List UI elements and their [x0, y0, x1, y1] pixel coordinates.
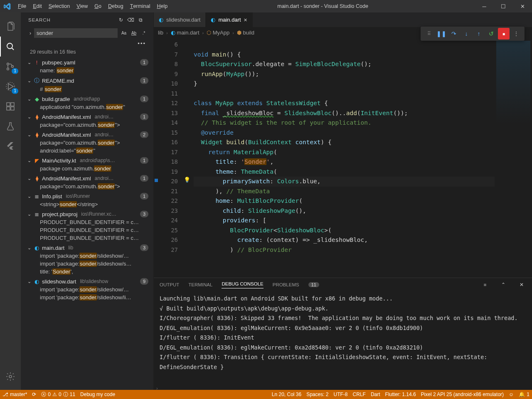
source-control-icon[interactable]: 1 — [0, 57, 21, 76]
breadcrumb-item[interactable]: ◐ main.dart — [171, 30, 200, 36]
panel-tab[interactable]: PROBLEMS — [273, 282, 299, 287]
editor-tab[interactable]: ◐main.dart× — [206, 12, 252, 27]
search-result-line[interactable]: PRODUCT_BUNDLE_IDENTIFIER = c… — [21, 234, 153, 242]
settings-gear-icon[interactable] — [0, 367, 21, 387]
maximize-button[interactable]: ☐ — [494, 0, 513, 12]
debug-console-output[interactable]: Launching lib\main.dart on Android SDK b… — [154, 291, 532, 386]
refresh-icon[interactable]: ↻ — [116, 17, 126, 23]
search-result-file[interactable]: ⌄ ◐ slideshow.dart lib\slideshow 9 — [21, 277, 153, 286]
debug-more-icon[interactable]: ⋮ — [510, 28, 522, 39]
search-result-line[interactable]: PRODUCT_BUNDLE_IDENTIFIER = c… — [21, 218, 153, 226]
breadcrumb-item[interactable]: ⬢ build — [237, 30, 254, 36]
debug-icon[interactable]: 1 — [0, 76, 21, 96]
search-result-file[interactable]: ⌄ ⧫ AndroidManifest.xml androi… 1 — [21, 174, 153, 182]
menu-edit[interactable]: Edit — [30, 0, 45, 12]
search-result-line[interactable]: <string>sonder</string> — [21, 200, 153, 208]
step-over-icon[interactable]: ↷ — [448, 28, 460, 39]
search-result-line[interactable]: package="com.azimuth.sonder"> — [21, 139, 153, 147]
maximize-panel-icon[interactable]: ⌃ — [499, 282, 508, 288]
debug-badge: 1 — [12, 88, 18, 94]
close-tab-icon[interactable]: × — [244, 17, 247, 23]
menu-debug[interactable]: Debug — [105, 0, 127, 12]
search-result-line[interactable]: title: 'Sonder', — [21, 268, 153, 276]
panel-tab[interactable]: DEBUG CONSOLE — [222, 281, 263, 288]
branch-status[interactable]: ⎇ master* — [0, 392, 30, 397]
search-result-file[interactable]: ⌄ ⓘ README.md 1 — [21, 76, 153, 85]
search-result-file[interactable]: ⌄ ⧫ AndroidManifest.xml androi… 2 — [21, 131, 153, 139]
search-result-file[interactable]: ⌄ ◐ main.dart lib 3 — [21, 244, 153, 252]
clear-icon[interactable]: ⌫ — [126, 17, 136, 23]
minimap[interactable] — [495, 38, 532, 278]
new-search-icon[interactable]: ⧉ — [136, 17, 146, 23]
breakpoint-column[interactable] — [154, 38, 159, 278]
search-input[interactable] — [34, 28, 118, 38]
flutter-status[interactable]: Flutter: 1.14.6 — [383, 392, 419, 397]
search-result-line[interactable]: PRODUCT_BUNDLE_IDENTIFIER = c… — [21, 226, 153, 234]
encoding-status[interactable]: UTF-8 — [331, 392, 350, 397]
breadcrumb-item[interactable]: lib — [158, 30, 163, 36]
search-result-file[interactable]: ⌄ ≣ project.pbxproj ios\Runner.xc… 3 — [21, 210, 153, 218]
debug-target[interactable]: Debug my code — [78, 392, 118, 397]
menu-file[interactable]: File — [15, 0, 30, 12]
editor-tab[interactable]: ◐slideshow.dart — [154, 12, 206, 27]
menu-terminal[interactable]: Terminal — [127, 0, 154, 12]
search-icon[interactable] — [0, 37, 21, 57]
step-out-icon[interactable]: ↑ — [473, 28, 485, 39]
indent-status[interactable]: Spaces: 2 — [304, 392, 331, 397]
search-result-line[interactable]: package="com.azimuth.sonder"> — [21, 182, 153, 190]
explorer-icon[interactable] — [0, 17, 21, 37]
cursor-position[interactable]: Ln 20, Col 36 — [269, 392, 304, 397]
eol-status[interactable]: CRLF — [350, 392, 368, 397]
pause-icon[interactable]: ❚❚ — [436, 28, 447, 39]
breadcrumb-item[interactable]: ⬡ MyApp — [207, 30, 229, 36]
close-window-button[interactable]: ✕ — [513, 0, 532, 12]
search-result-line[interactable]: android:label="sonder" — [21, 147, 153, 155]
chevron-down-icon: ⌄ — [27, 78, 32, 84]
toggle-replace-icon[interactable]: › — [27, 30, 34, 36]
notifications-icon[interactable]: 🔔 1 — [516, 392, 532, 397]
file-path: android\app — [74, 96, 100, 102]
extensions-icon[interactable] — [0, 96, 21, 116]
menu-help[interactable]: Help — [153, 0, 171, 12]
debug-floating-toolbar[interactable]: ⠿ ❚❚ ↷ ↓ ↑ ↺ ■ ⋮ — [421, 27, 525, 41]
flutter-icon[interactable] — [0, 136, 21, 156]
error-count[interactable]: ⓧ 0 ⚠ 0 ⓘ 11 — [39, 391, 78, 398]
language-status[interactable]: Dart — [368, 392, 383, 397]
drag-handle-icon[interactable]: ⠿ — [423, 28, 435, 39]
filter-icon[interactable]: ≡ — [480, 282, 490, 287]
code-editor[interactable]: void main() { BlocSupervisor.delegate = … — [192, 38, 495, 278]
search-result-line[interactable]: import 'package:sonder/slideshow/… — [21, 286, 153, 293]
regex-toggle[interactable]: .* — [139, 29, 148, 38]
search-result-file[interactable]: ⌄ ◆ build.gradle android\app 1 — [21, 95, 153, 103]
search-result-file[interactable]: ⌄ ≣ Info.plist ios\Runner 1 — [21, 192, 153, 200]
stop-icon[interactable]: ■ — [498, 28, 510, 39]
search-result-line[interactable]: package com.azimuth.sonder — [21, 165, 153, 172]
feedback-icon[interactable]: ☺ — [506, 392, 516, 397]
sync-status[interactable]: ⟳ — [30, 392, 39, 397]
panel-input-chevron[interactable]: › — [154, 386, 532, 390]
restart-icon[interactable]: ↺ — [485, 28, 497, 39]
close-panel-icon[interactable]: ✕ — [517, 282, 526, 288]
device-status[interactable]: Pixel 2 API 25 (android-x86 emulator) — [419, 392, 506, 397]
minimize-button[interactable]: ─ — [475, 0, 494, 12]
match-case-toggle[interactable]: Aa — [119, 29, 128, 38]
menu-go[interactable]: Go — [91, 0, 105, 12]
search-result-line[interactable]: import 'package:sonder/slideshow/li… — [21, 293, 153, 301]
search-result-line[interactable]: # sonder — [21, 85, 153, 93]
panel-tab[interactable]: TERMINAL — [188, 282, 212, 287]
panel-tab[interactable]: OUTPUT — [160, 282, 179, 287]
search-more-icon[interactable]: ••• — [138, 40, 146, 47]
search-result-line[interactable]: name: sonder — [21, 66, 153, 74]
search-result-line[interactable]: import 'package:sonder/slideshow/s… — [21, 260, 153, 268]
search-result-line[interactable]: import 'package:sonder/slideshow/… — [21, 252, 153, 260]
menu-view[interactable]: View — [73, 0, 91, 12]
search-result-file[interactable]: ⌄ ⧫ AndroidManifest.xml androi… 1 — [21, 113, 153, 121]
search-result-file[interactable]: ⌄ ! pubspec.yaml 1 — [21, 58, 153, 66]
step-into-icon[interactable]: ↓ — [461, 28, 472, 39]
match-word-toggle[interactable]: Ab — [129, 29, 138, 38]
search-result-file[interactable]: ⌄ ◤ MainActivity.kt android\app\s… 1 — [21, 156, 153, 165]
search-result-line[interactable]: package="com.azimuth.sonder"> — [21, 121, 153, 129]
menu-selection[interactable]: Selection — [45, 0, 73, 12]
search-result-line[interactable]: applicationId "com.azimuth.sonder" — [21, 103, 153, 111]
test-icon[interactable] — [0, 116, 21, 136]
